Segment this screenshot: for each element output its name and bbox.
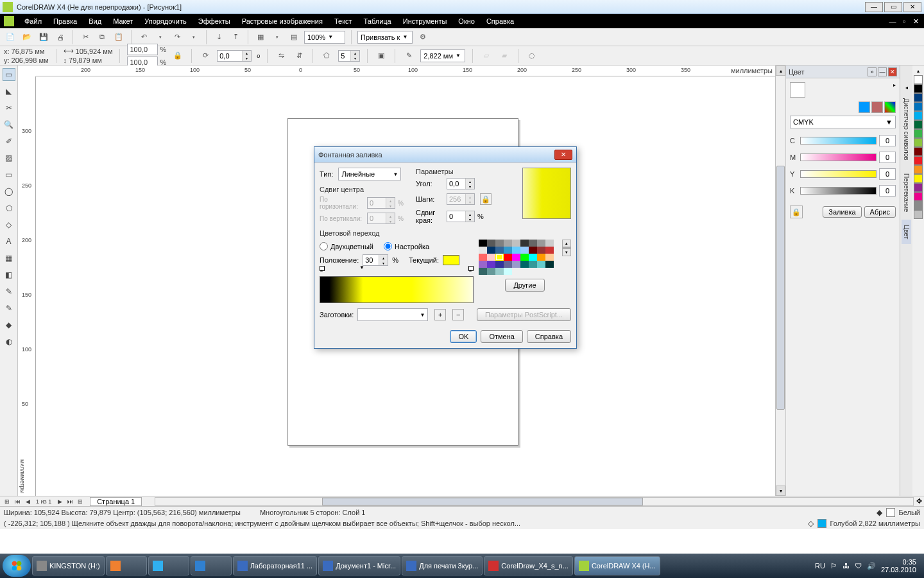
- apply-outline-button[interactable]: Абрис: [864, 206, 896, 218]
- palette-swatch[interactable]: [914, 174, 923, 183]
- mini-palette-swatch[interactable]: [479, 268, 487, 275]
- mini-palette-swatch[interactable]: [504, 254, 512, 261]
- docker-menu-icon[interactable]: »: [868, 67, 877, 76]
- outline-swatch[interactable]: [817, 519, 826, 528]
- mini-palette-swatch[interactable]: [529, 254, 537, 261]
- mini-palette-swatch[interactable]: [520, 254, 529, 261]
- smart-fill-tool[interactable]: ▨: [3, 152, 15, 164]
- palette-swatch[interactable]: [914, 102, 923, 111]
- redo-icon[interactable]: ↷: [171, 31, 184, 44]
- mirror-v-icon[interactable]: ⇵: [293, 49, 305, 62]
- c-value[interactable]: 0: [879, 135, 896, 146]
- tab-blend[interactable]: Перетекание: [902, 168, 911, 217]
- mini-palette-swatch[interactable]: [487, 268, 495, 275]
- menu-view[interactable]: Вид: [83, 16, 107, 26]
- tab-color[interactable]: Цвет: [902, 220, 911, 244]
- sliders-mode-icon[interactable]: [859, 101, 870, 113]
- type-combo[interactable]: Линейные▼: [338, 168, 401, 180]
- mini-palette-swatch[interactable]: [487, 247, 495, 254]
- mirror-h-icon[interactable]: ⇋: [275, 49, 287, 62]
- palette-swatch[interactable]: [914, 192, 923, 201]
- export-icon[interactable]: ⤒: [229, 31, 242, 44]
- open-icon[interactable]: 📂: [21, 31, 33, 44]
- undo-icon[interactable]: ↶: [137, 31, 150, 44]
- palette-swatch[interactable]: [914, 156, 923, 165]
- cancel-button[interactable]: Отмена: [481, 330, 522, 343]
- mini-palette-swatch[interactable]: [512, 240, 520, 247]
- first-page-icon[interactable]: ⏮: [13, 497, 22, 506]
- taskbar-item[interactable]: CorelDraw_X4_s_n...: [484, 556, 573, 575]
- mini-palette-swatch[interactable]: [495, 247, 504, 254]
- menu-effects[interactable]: Эффекты: [193, 16, 235, 26]
- pick-tool[interactable]: ▭: [3, 68, 15, 81]
- mini-palette-scroll[interactable]: ▴▾: [562, 240, 571, 256]
- taskbar-item[interactable]: [148, 556, 189, 575]
- dialog-close-button[interactable]: ✕: [554, 150, 572, 160]
- mini-palette-swatch[interactable]: [487, 261, 495, 268]
- remove-preset-button[interactable]: −: [452, 309, 464, 320]
- edge-input[interactable]: 0▴▾: [447, 211, 475, 222]
- wrap-icon[interactable]: ▣: [375, 49, 388, 62]
- palette-swatch[interactable]: [914, 165, 923, 174]
- interactive-fill-tool[interactable]: ◐: [3, 335, 15, 348]
- app-launcher-icon[interactable]: ▤: [287, 31, 300, 44]
- tray-shield-icon[interactable]: 🛡: [855, 562, 862, 570]
- mini-palette-swatch[interactable]: [504, 247, 512, 254]
- scale-x-input[interactable]: 100,0: [127, 44, 158, 55]
- publish-icon[interactable]: ▦: [254, 31, 267, 44]
- palette-swatch[interactable]: [914, 147, 923, 156]
- angle-input[interactable]: 0,0▴▾: [217, 50, 252, 62]
- palette-swatch[interactable]: [914, 111, 923, 120]
- taskbar-item[interactable]: Лабораторная11 ...: [233, 556, 318, 575]
- options-icon[interactable]: ⚙: [416, 31, 429, 44]
- canvas-vscroll[interactable]: ▴ ▾: [775, 66, 785, 496]
- docker-min-icon[interactable]: —: [878, 67, 887, 76]
- mini-palette-swatch[interactable]: [479, 261, 487, 268]
- mini-palette-swatch[interactable]: [495, 261, 504, 268]
- scroll-up-icon[interactable]: ▴: [776, 66, 785, 76]
- ellipse-tool[interactable]: ◯: [3, 185, 15, 198]
- steps-lock-icon[interactable]: 🔒: [480, 193, 492, 205]
- print-icon[interactable]: 🖨: [54, 31, 67, 44]
- mini-palette-swatch[interactable]: [545, 247, 554, 254]
- mini-palette-swatch[interactable]: [537, 247, 545, 254]
- add-preset-button[interactable]: +: [434, 309, 446, 320]
- menu-edit[interactable]: Правка: [48, 16, 82, 26]
- c-slider[interactable]: [800, 137, 877, 144]
- m-slider[interactable]: [800, 153, 877, 161]
- fill-tool[interactable]: ◆: [3, 319, 15, 331]
- clock[interactable]: 0:35 27.03.2010: [881, 558, 916, 574]
- current-color-swatch[interactable]: [443, 255, 459, 265]
- palette-swatch[interactable]: [914, 75, 923, 84]
- mdi-minimize[interactable]: —: [888, 17, 897, 26]
- taskbar-item[interactable]: [106, 556, 147, 575]
- paste-icon[interactable]: 📋: [112, 31, 125, 44]
- menu-text[interactable]: Текст: [329, 16, 357, 26]
- hscroll-track[interactable]: [155, 497, 914, 506]
- pan-icon[interactable]: ✥: [914, 497, 924, 505]
- outline-tool[interactable]: ✎: [3, 302, 15, 315]
- scroll-down-icon[interactable]: ▾: [562, 249, 571, 256]
- dialog-titlebar[interactable]: Фонтанная заливка ✕: [314, 147, 576, 162]
- interactive-tool[interactable]: ◧: [3, 268, 15, 281]
- k-value[interactable]: 0: [879, 185, 896, 197]
- maximize-button[interactable]: ▭: [884, 2, 902, 12]
- zoom-combo[interactable]: 100%▼: [304, 31, 345, 44]
- add-page-icon[interactable]: ⊞: [76, 497, 85, 506]
- eyedropper-tool[interactable]: ✎: [3, 285, 15, 298]
- outline-width-combo[interactable]: 2,822 мм▼: [420, 49, 465, 62]
- mdi-close[interactable]: ✕: [911, 17, 920, 26]
- hscroll-thumb[interactable]: [322, 498, 643, 505]
- custom-radio[interactable]: Настройка: [384, 242, 429, 250]
- mini-palette-swatch[interactable]: [479, 240, 487, 247]
- table-tool[interactable]: ▦: [3, 252, 15, 265]
- zoom-tool[interactable]: 🔍: [3, 118, 15, 131]
- gradient-marker[interactable]: ▫: [320, 266, 325, 271]
- mini-palette-swatch[interactable]: [529, 247, 537, 254]
- mini-palette-swatch[interactable]: [495, 254, 504, 261]
- gradient-strip[interactable]: [320, 276, 474, 303]
- y-slider[interactable]: [800, 170, 877, 178]
- mini-palette-swatch[interactable]: [479, 247, 487, 254]
- mini-palette-swatch[interactable]: [520, 261, 529, 268]
- mini-palette-swatch[interactable]: [529, 240, 537, 247]
